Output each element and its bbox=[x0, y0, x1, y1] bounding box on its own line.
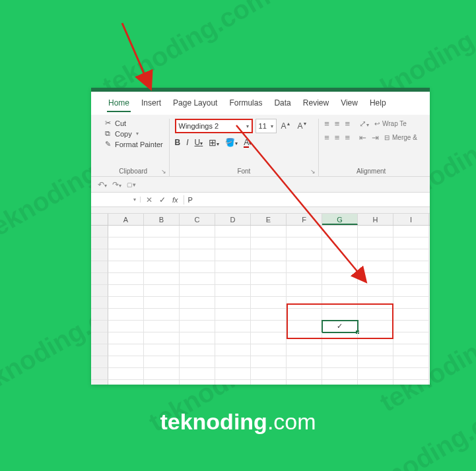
cell[interactable] bbox=[393, 261, 429, 273]
cell[interactable] bbox=[322, 380, 358, 385]
cell[interactable] bbox=[180, 237, 215, 249]
cell[interactable] bbox=[180, 309, 215, 321]
cell[interactable] bbox=[322, 261, 358, 273]
cell[interactable] bbox=[144, 368, 180, 380]
tab-review[interactable]: Review bbox=[302, 97, 330, 112]
orientation-button[interactable]: ⤢▾ bbox=[359, 119, 369, 129]
cell[interactable] bbox=[393, 380, 429, 385]
cell[interactable] bbox=[287, 380, 322, 385]
cell[interactable] bbox=[358, 261, 393, 273]
cell[interactable] bbox=[144, 356, 180, 368]
row-header[interactable] bbox=[91, 261, 108, 273]
worksheet-grid[interactable]: A B C D E F G H I ✓ bbox=[91, 214, 430, 385]
cell[interactable] bbox=[144, 237, 180, 249]
font-color-button[interactable]: A▾ bbox=[244, 138, 252, 148]
cell[interactable] bbox=[358, 309, 393, 321]
cell[interactable] bbox=[251, 332, 287, 344]
cell[interactable] bbox=[287, 332, 322, 344]
cell[interactable] bbox=[251, 237, 287, 249]
cell[interactable] bbox=[251, 297, 287, 309]
row-header[interactable] bbox=[91, 309, 108, 321]
align-right-button[interactable]: ≡ bbox=[345, 133, 350, 142]
row-header[interactable] bbox=[91, 356, 108, 368]
cell[interactable] bbox=[322, 344, 358, 356]
wrap-text-button[interactable]: ↩Wrap Te bbox=[374, 119, 407, 129]
cell[interactable] bbox=[108, 285, 144, 297]
cell[interactable] bbox=[144, 261, 180, 273]
cell[interactable] bbox=[287, 344, 322, 356]
cell[interactable] bbox=[393, 321, 429, 332]
cell[interactable] bbox=[358, 344, 393, 356]
cell[interactable] bbox=[180, 226, 215, 237]
cell[interactable] bbox=[393, 368, 429, 380]
fill-color-button[interactable]: 🪣▾ bbox=[225, 138, 238, 147]
cell[interactable] bbox=[108, 249, 144, 261]
cell[interactable] bbox=[108, 344, 144, 356]
cell[interactable] bbox=[251, 368, 287, 380]
cell[interactable] bbox=[108, 273, 144, 285]
cell[interactable] bbox=[180, 368, 215, 380]
align-top-button[interactable]: ≡ bbox=[324, 119, 329, 129]
select-all-corner[interactable] bbox=[91, 214, 108, 225]
cell[interactable] bbox=[144, 380, 180, 385]
bold-button[interactable]: B bbox=[175, 138, 181, 147]
cell[interactable] bbox=[180, 273, 215, 285]
cell[interactable] bbox=[108, 309, 144, 321]
cell[interactable] bbox=[180, 285, 215, 297]
merge-button[interactable]: ⊟Merge & bbox=[384, 133, 417, 142]
tab-data[interactable]: Data bbox=[273, 97, 292, 112]
row-header[interactable] bbox=[91, 237, 108, 249]
cell[interactable] bbox=[251, 249, 287, 261]
cell[interactable] bbox=[251, 344, 287, 356]
enter-formula-button[interactable]: ✓ bbox=[159, 195, 166, 204]
cell[interactable] bbox=[144, 332, 180, 344]
row-header[interactable] bbox=[91, 368, 108, 380]
cell[interactable] bbox=[108, 226, 144, 237]
cell[interactable] bbox=[215, 321, 251, 332]
cell[interactable] bbox=[251, 309, 287, 321]
decrease-font-button[interactable]: A▼ bbox=[296, 121, 310, 131]
col-header-a[interactable]: A bbox=[108, 214, 144, 225]
cell[interactable] bbox=[144, 273, 180, 285]
fx-icon[interactable]: fx bbox=[172, 196, 178, 204]
cell[interactable] bbox=[180, 249, 215, 261]
row-header[interactable] bbox=[91, 249, 108, 261]
underline-button[interactable]: U▾ bbox=[195, 138, 203, 147]
cell[interactable] bbox=[322, 226, 358, 237]
cell[interactable] bbox=[144, 344, 180, 356]
row-header[interactable] bbox=[91, 273, 108, 285]
cell[interactable] bbox=[215, 368, 251, 380]
cell[interactable] bbox=[215, 273, 251, 285]
tab-insert[interactable]: Insert bbox=[140, 97, 162, 112]
cell[interactable] bbox=[108, 380, 144, 385]
cell[interactable] bbox=[287, 249, 322, 261]
cell[interactable] bbox=[287, 309, 322, 321]
cell[interactable] bbox=[287, 261, 322, 273]
cell[interactable] bbox=[393, 249, 429, 261]
cell[interactable] bbox=[251, 285, 287, 297]
cell[interactable] bbox=[322, 356, 358, 368]
cell[interactable] bbox=[215, 285, 251, 297]
col-header-h[interactable]: H bbox=[358, 214, 393, 225]
tab-page-layout[interactable]: Page Layout bbox=[172, 97, 219, 112]
cell[interactable] bbox=[180, 321, 215, 332]
cell[interactable] bbox=[144, 249, 180, 261]
cell[interactable] bbox=[358, 356, 393, 368]
cell[interactable] bbox=[287, 285, 322, 297]
cell[interactable] bbox=[215, 249, 251, 261]
cell[interactable] bbox=[144, 321, 180, 332]
indent-increase-button[interactable]: ⇥ bbox=[372, 133, 379, 142]
cell[interactable] bbox=[393, 285, 429, 297]
cell[interactable] bbox=[322, 368, 358, 380]
row-header[interactable] bbox=[91, 332, 108, 344]
cell[interactable] bbox=[322, 249, 358, 261]
cell[interactable] bbox=[215, 356, 251, 368]
cell[interactable] bbox=[358, 249, 393, 261]
align-bottom-button[interactable]: ≡ bbox=[345, 119, 350, 129]
col-header-e[interactable]: E bbox=[251, 214, 287, 225]
align-left-button[interactable]: ≡ bbox=[324, 133, 329, 142]
cell[interactable] bbox=[215, 380, 251, 385]
cell[interactable] bbox=[358, 273, 393, 285]
tab-home[interactable]: Home bbox=[107, 97, 131, 112]
indent-decrease-button[interactable]: ⇤ bbox=[359, 133, 366, 142]
